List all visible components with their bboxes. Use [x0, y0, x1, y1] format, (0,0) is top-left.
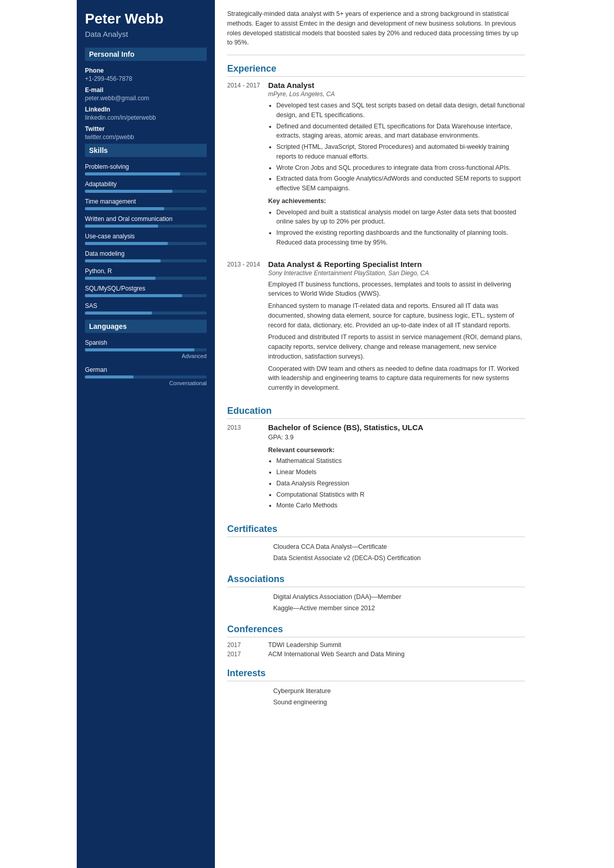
experience-subtitle: Sony Interactive Entertainment PlayStati… [268, 270, 525, 277]
language-bar-bg [85, 348, 207, 351]
candidate-title: Data Analyst [85, 30, 207, 38]
skill-name: SAS [85, 302, 207, 309]
associations-section: Associations Digital Analytics Associati… [227, 574, 525, 614]
certificates-list: Cloudera CCA Data Analyst—CertificateDat… [227, 541, 525, 564]
language-bar-bg [85, 375, 207, 379]
skill-bar-bg [85, 172, 207, 175]
language-level: Conversational [85, 380, 207, 386]
skill-name: Adaptability [85, 181, 207, 188]
experience-title: Experience [227, 63, 525, 77]
conferences-list: 2017 TDWI Leadership Summit 2017 ACM Int… [227, 641, 525, 658]
skill-item: Use-case analysis [85, 233, 207, 245]
coursework-item: Mathematical Statistics [276, 456, 525, 466]
coursework-item: Monte Carlo Methods [276, 501, 525, 510]
twitter-value: twitter.com/pwebb [85, 133, 207, 141]
experience-body: Employed IT business functions, processe… [268, 280, 525, 393]
skill-item: Time management [85, 198, 207, 210]
skill-name: Python, R [85, 268, 207, 275]
experience-list: 2014 - 2017 Data Analyst mPyre, Los Ange… [227, 81, 525, 395]
interests-title: Interests [227, 668, 525, 681]
skill-item: Problem-solving [85, 163, 207, 175]
experience-title-text: Data Analyst [268, 81, 525, 90]
certificates-title: Certificates [227, 524, 525, 537]
experience-paragraph: Produced and distributed IT reports to a… [268, 332, 525, 361]
languages-header: Languages [85, 320, 207, 333]
email-value: peter.webb@gmail.com [85, 95, 207, 102]
skill-bar-fill [85, 172, 180, 175]
skill-bar-bg [85, 294, 207, 297]
experience-content: Data Analyst mPyre, Los Angeles, CA Deve… [268, 81, 525, 251]
twitter-label: Twitter [85, 125, 207, 132]
skill-name: SQL/MySQL/Postgres [85, 285, 207, 292]
language-item: Spanish Advanced [85, 339, 207, 359]
experience-bullets: Developed test cases and SQL test script… [268, 101, 525, 193]
skill-bar-fill [85, 242, 168, 245]
coursework-item: Linear Models [276, 468, 525, 477]
phone-value: +1-299-456-7878 [85, 75, 207, 82]
achievements-list: Developed and built a statistical analys… [268, 208, 525, 248]
language-name: German [85, 366, 207, 373]
experience-paragraph: Enhanced system to manage IT-related dat… [268, 301, 525, 330]
conference-name: ACM International Web Search and Data Mi… [268, 651, 405, 658]
skills-list: Problem-solving Adaptability Time manage… [85, 163, 207, 315]
skill-bar-bg [85, 207, 207, 210]
experience-bullet: Developed test cases and SQL test script… [276, 101, 525, 120]
experience-subtitle: mPyre, Los Angeles, CA [268, 91, 525, 98]
experience-section: Experience 2014 - 2017 Data Analyst mPyr… [227, 63, 525, 395]
conferences-title: Conferences [227, 624, 525, 637]
conference-name: TDWI Leadership Summit [268, 641, 341, 649]
interest-item: Cyberpunk literature [227, 685, 525, 697]
skill-item: Adaptability [85, 181, 207, 193]
association-item: Digital Analytics Association (DAA)—Memb… [227, 591, 525, 603]
experience-entry: 2014 - 2017 Data Analyst mPyre, Los Ange… [227, 81, 525, 251]
summary-text: Strategically-minded data analyst with 5… [227, 9, 525, 55]
experience-paragraph: Cooperated with DW team and others as ne… [268, 364, 525, 393]
experience-bullet: Wrote Cron Jobs and SQL procedures to in… [276, 163, 525, 173]
achievement-item: Developed and built a statistical analys… [276, 208, 525, 227]
skill-item: Written and Oral communication [85, 215, 207, 228]
conference-entry: 2017 ACM International Web Search and Da… [227, 651, 525, 658]
education-list: 2013 Bachelor of Science (BS), Statistic… [227, 423, 525, 514]
skill-item: SQL/MySQL/Postgres [85, 285, 207, 297]
skill-bar-bg [85, 259, 207, 262]
language-level: Advanced [85, 353, 207, 359]
personal-info-header: Personal Info [85, 48, 207, 61]
linkedin-label: LinkedIn [85, 106, 207, 113]
phone-label: Phone [85, 67, 207, 74]
achievements-label: Key achievements: [268, 196, 525, 206]
skill-bar-bg [85, 277, 207, 280]
skill-bar-bg [85, 242, 207, 245]
language-bar-fill [85, 348, 194, 351]
coursework-item: Data Analysis Regression [276, 479, 525, 488]
language-bar-fill [85, 375, 134, 379]
interest-item: Sound engineering [227, 697, 525, 708]
education-body: GPA: 3.9 Relevant coursework:Mathematica… [268, 433, 525, 510]
skill-bar-bg [85, 225, 207, 228]
skill-bar-fill [85, 277, 156, 280]
experience-date: 2013 - 2014 [227, 260, 268, 395]
skill-item: Data modeling [85, 250, 207, 262]
candidate-name: Peter Webb [85, 10, 207, 28]
skill-bar-bg [85, 311, 207, 315]
education-date: 2013 [227, 423, 268, 514]
languages-list: Spanish Advanced German Conversational [85, 339, 207, 386]
skill-bar-fill [85, 225, 158, 228]
certificate-item: Data Scientist Associate v2 (DECA-DS) Ce… [227, 552, 525, 564]
associations-list: Digital Analytics Association (DAA)—Memb… [227, 591, 525, 614]
experience-paragraph: Employed IT business functions, processe… [268, 280, 525, 299]
skill-name: Use-case analysis [85, 233, 207, 240]
associations-title: Associations [227, 574, 525, 587]
interests-section: Interests Cyberpunk literatureSound engi… [227, 668, 525, 708]
association-item: Kaggle—Active member since 2012 [227, 603, 525, 614]
skill-bar-bg [85, 190, 207, 193]
education-content: Bachelor of Science (BS), Statistics, UL… [268, 423, 525, 514]
linkedin-value: linkedin.com/in/peterwebb [85, 114, 207, 121]
skill-bar-fill [85, 190, 172, 193]
certificates-section: Certificates Cloudera CCA Data Analyst—C… [227, 524, 525, 564]
conference-entry: 2017 TDWI Leadership Summit [227, 641, 525, 649]
education-gpa: GPA: 3.9 [268, 433, 525, 442]
language-item: German Conversational [85, 366, 207, 386]
conference-date: 2017 [227, 641, 268, 649]
experience-bullet: Extracted data from Google Analytics/AdW… [276, 174, 525, 193]
sidebar: Peter Webb Data Analyst Personal Info Ph… [77, 0, 215, 868]
